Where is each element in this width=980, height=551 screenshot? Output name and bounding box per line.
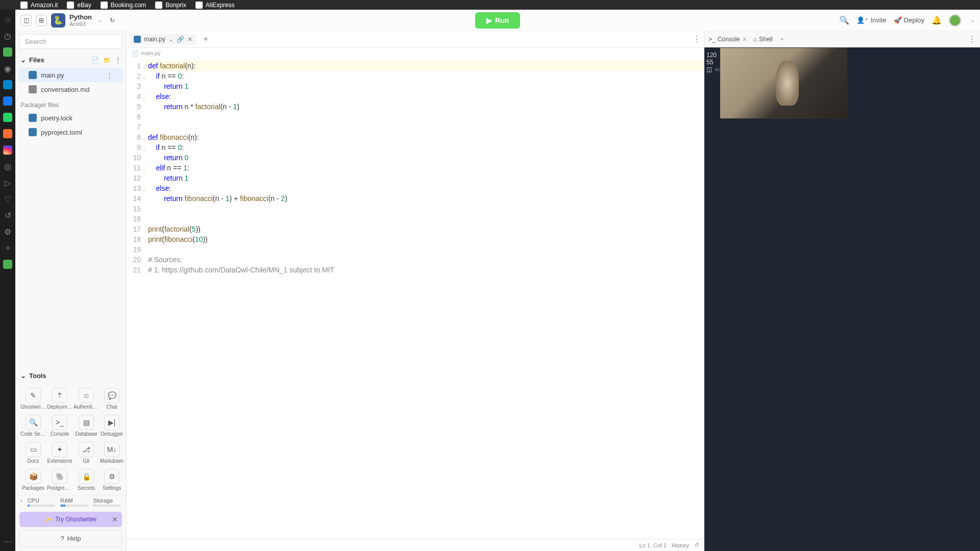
deploy-button[interactable]: 🚀Deploy (894, 16, 924, 24)
bell-icon[interactable]: 🔔 (932, 15, 942, 25)
telegram-icon[interactable] (3, 80, 12, 89)
code-line[interactable]: 14 return fibonacci(n - 1) + fibonacci(n… (127, 193, 704, 204)
search-input[interactable]: Search (19, 34, 122, 49)
more-icon[interactable]: ⋮ (968, 34, 976, 44)
history-button[interactable]: History (672, 542, 689, 548)
layout-icon[interactable]: ⊞ (36, 15, 47, 26)
shell-tab[interactable]: ⌂Shell (753, 36, 773, 43)
search-icon[interactable]: 🔍 (839, 15, 849, 25)
new-tab-button[interactable]: ＋ (779, 35, 785, 43)
code-line[interactable]: 4⌄ else: (127, 91, 704, 102)
browser-tab[interactable]: Bonprix (155, 2, 186, 9)
instagram-icon[interactable] (3, 145, 12, 155)
new-folder-icon[interactable]: 📁 (103, 57, 111, 64)
clock-icon[interactable]: ◷ (3, 31, 12, 40)
app-icon[interactable] (3, 47, 12, 57)
tool-authenticat-[interactable]: ☺Authenticat… (74, 386, 99, 412)
tool-packages[interactable]: 📦Packages (20, 467, 46, 493)
code-line[interactable]: 18print(fibonacci(10)) (127, 234, 704, 244)
browser-tab[interactable]: Booking.com (101, 2, 146, 9)
app-icon[interactable] (3, 129, 12, 138)
chevron-down-icon[interactable]: ⌄ (98, 17, 103, 23)
tool-deployments[interactable]: ⇡Deployments (47, 386, 72, 412)
chevron-down-icon[interactable]: ⌄ (168, 36, 174, 43)
code-line[interactable]: 1⌄def factorial(n): (127, 61, 704, 71)
new-tab-button[interactable]: ＋ (199, 34, 213, 44)
new-file-icon[interactable]: 📄 (91, 57, 99, 64)
heart-icon[interactable]: ♡ (3, 194, 12, 204)
history-icon[interactable]: ↺ (694, 542, 699, 548)
tool-secrets[interactable]: 🔒Secrets (74, 467, 99, 493)
close-icon[interactable]: ✕ (112, 515, 118, 523)
messenger-icon[interactable] (3, 96, 12, 106)
play-icon[interactable]: ▷ (3, 178, 12, 187)
code-line[interactable]: 10 return 0 (127, 153, 704, 163)
code-line[interactable]: 7 (127, 122, 704, 132)
close-icon[interactable]: ✕ (742, 36, 747, 43)
compass-icon[interactable]: ◎ (3, 162, 12, 171)
tool-docs[interactable]: ▭Docs (20, 440, 46, 466)
webcam-overlay[interactable] (720, 47, 847, 119)
history-icon[interactable]: ↺ (3, 211, 12, 220)
link-icon[interactable]: 🔗 (177, 36, 184, 43)
code-line[interactable]: 17print(factorial(5)) (127, 224, 704, 234)
file-item-conversation-md[interactable]: conversation.md (18, 82, 123, 96)
ghostwriter-promo[interactable]: ✨ Try Ghostwriter ✕ (19, 512, 122, 527)
code-line[interactable]: 15 (127, 204, 704, 214)
tool-extensions[interactable]: ✦Extensions (47, 440, 72, 466)
tool-chat[interactable]: 💬Chat (100, 386, 124, 412)
code-line[interactable]: 19 (127, 244, 704, 255)
file-item-poetry-lock[interactable]: poetry.lock (18, 111, 123, 125)
browser-tab[interactable]: eBay (67, 2, 91, 9)
tool-debugger[interactable]: ▶|Debugger (100, 413, 124, 439)
files-header[interactable]: ⌄ Files 📄 📁 ⋮ (15, 52, 126, 68)
code-line[interactable]: 21# 1. https://github.com/DataOwl-Chile/… (127, 265, 704, 275)
code-line[interactable]: 9⌄ if n == 0: (127, 142, 704, 153)
code-line[interactable]: 3 return 1 (127, 81, 704, 91)
code-line[interactable]: 11⌄ elif n == 1: (127, 163, 704, 173)
browser-tab[interactable]: Amazon.it (20, 2, 58, 9)
invite-button[interactable]: 👤⁺Invite (856, 16, 886, 24)
console-tab[interactable]: >_Console✕ (708, 36, 747, 43)
run-button[interactable]: ▶ Run (475, 12, 520, 29)
editor-tab-main-py[interactable]: main.py ⌄ 🔗 ✕ (130, 34, 197, 45)
console-output[interactable]: 120 55 ◫ ▭ (704, 47, 980, 551)
code-line[interactable]: 8⌄def fibonacci(n): (127, 132, 704, 142)
tool-markdown[interactable]: M↓Markdown (100, 440, 124, 466)
tool-ghostwriter[interactable]: ✎Ghostwriter (20, 386, 46, 412)
code-line[interactable]: 12 return 1 (127, 173, 704, 183)
file-item-main-py[interactable]: main.py ⋮ (18, 68, 123, 82)
file-item-pyproject-toml[interactable]: pyproject.toml (18, 125, 123, 139)
code-line[interactable]: 16 (127, 214, 704, 224)
sparkle-icon[interactable]: ✧ (3, 243, 12, 253)
tool-database[interactable]: ▤Database (74, 413, 99, 439)
avatar[interactable] (949, 14, 961, 27)
code-line[interactable]: 20# Sources: (127, 255, 704, 265)
whatsapp-icon[interactable] (3, 113, 12, 122)
settings-icon[interactable]: ⚙ (3, 227, 12, 236)
avatar-icon[interactable] (3, 260, 12, 269)
tools-header[interactable]: ⌄ Tools (15, 368, 126, 384)
more-icon[interactable]: ⋮ (115, 57, 121, 64)
help-button[interactable]: ? Help (19, 530, 122, 547)
code-line[interactable]: 5 return n * factorial(n - 1) (127, 102, 704, 112)
sync-icon[interactable]: ↻ (107, 15, 118, 26)
panel-toggle-icon[interactable]: ◫ (20, 15, 32, 26)
tool-code-search[interactable]: 🔍Code Search (20, 413, 46, 439)
code-line[interactable]: 2⌄ if n == 0: (127, 71, 704, 81)
code-editor[interactable]: 1⌄def factorial(n):2⌄ if n == 0:3 return… (127, 59, 704, 539)
tool-console[interactable]: >_Console (47, 413, 72, 439)
more-icon[interactable]: ⋮ (693, 34, 701, 44)
code-line[interactable]: 6 (127, 112, 704, 122)
browser-tab[interactable]: AliExpress (195, 2, 235, 9)
more-icon[interactable]: ⋯ (3, 537, 12, 546)
more-icon[interactable]: ⋮ (106, 71, 113, 79)
tool-git[interactable]: ⎇Git (74, 440, 99, 466)
layout-icon[interactable]: ◫ (706, 66, 712, 73)
chevron-right-icon[interactable]: › (20, 497, 22, 507)
code-line[interactable]: 13⌄ else: (127, 183, 704, 193)
tool-postgresql[interactable]: 🐘PostgreSQL (47, 467, 72, 493)
chevron-down-icon[interactable]: ⌄ (970, 17, 975, 23)
star-icon[interactable]: ☆ (3, 15, 12, 24)
close-icon[interactable]: ✕ (187, 36, 192, 43)
